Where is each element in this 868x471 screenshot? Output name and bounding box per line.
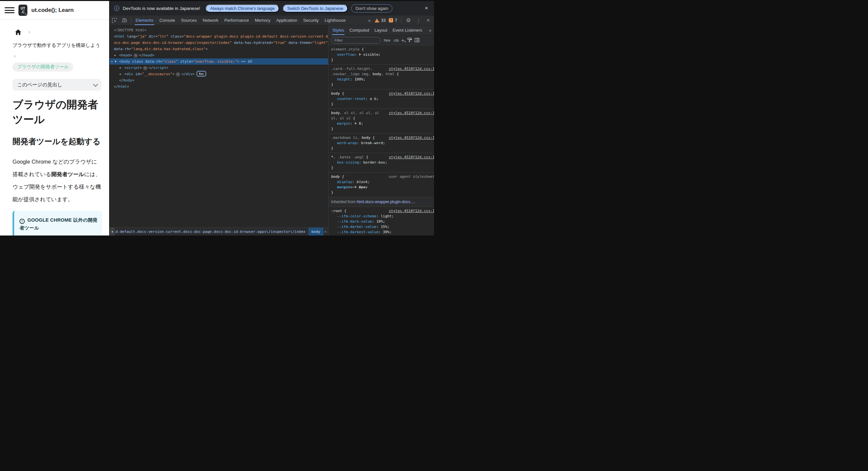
toggle-hover-state[interactable]: :hov — [383, 38, 391, 42]
flex-badge[interactable]: flex — [197, 71, 206, 76]
breadcrumb-selected-node[interactable]: body — [308, 228, 324, 236]
site-navbar: UT .C ↩ ut.code(); Learn — [0, 1, 109, 20]
stylesheet-link[interactable]: styles.4510f12d.css:1 — [389, 111, 434, 116]
tab-styles[interactable]: Styles — [330, 25, 347, 35]
css-declaration[interactable]: word-wrapbreak-word — [331, 140, 434, 146]
paint-format-icon[interactable] — [407, 38, 412, 42]
more-tabs-icon[interactable]: » — [366, 18, 373, 23]
warning-count[interactable]: 33 — [381, 18, 385, 23]
site-logo[interactable]: UT .C ↩ — [19, 5, 27, 16]
tab-network[interactable]: Network — [200, 15, 222, 25]
styles-filter-input[interactable] — [331, 37, 380, 43]
device-toolbar-icon[interactable] — [119, 15, 130, 25]
closing-brace — [331, 190, 434, 195]
css-declaration[interactable]: --ifm-darker-value15% — [331, 224, 434, 229]
css-declaration[interactable]: --ifm-dark-value10% — [331, 219, 434, 224]
css-declaration[interactable]: --ifm-color-schemelight — [331, 214, 434, 219]
tab-computed[interactable]: Computed — [347, 25, 372, 35]
dom-node-head[interactable]: ▶head⋯head — [110, 52, 328, 58]
user-agent-stylesheet-label: user agent stylesheet — [389, 174, 434, 180]
tab-console[interactable]: Console — [156, 15, 178, 25]
css-declaration[interactable]: displayblock — [331, 180, 434, 185]
tab-lighthouse[interactable]: Lighthouse — [321, 15, 349, 25]
expand-shorthand-icon[interactable] — [355, 186, 357, 188]
tab-layout[interactable]: Layout — [372, 25, 390, 35]
expand-shorthand-icon[interactable] — [359, 53, 361, 56]
dom-node-html-close[interactable]: html — [110, 84, 328, 90]
toc-dropdown[interactable]: このページの見出し — [12, 79, 101, 91]
closing-brace — [331, 82, 434, 87]
tab-event-listeners[interactable]: Event Listeners — [390, 25, 425, 35]
admonition-body: Google Chrome 以外のブラウザにも開発者ツールは搭載されて — [20, 234, 98, 236]
css-declaration[interactable]: height100% — [331, 77, 434, 82]
css-declaration[interactable]: --ifm-darkest-value30% — [331, 229, 434, 235]
toggle-classes[interactable]: .cls — [393, 38, 399, 42]
tab-security[interactable]: Security — [300, 15, 321, 25]
issues-icon[interactable]: ! — [389, 18, 393, 23]
breadcrumb-parent-link[interactable]: ブラウザで動作するアプリを構築しよう — [12, 42, 101, 49]
hamburger-menu-icon[interactable] — [5, 7, 14, 14]
dom-node-html[interactable]: htmllangjadirltrclassdocs-wrapper plugin… — [110, 33, 328, 52]
dom-node-body-selected[interactable]: ⋯▼bodyclassdata-rhclassstyleoverflow: vi… — [110, 58, 328, 65]
issue-count[interactable]: 7 — [395, 18, 397, 23]
css-declaration[interactable]: counter-reseta b — [331, 96, 434, 102]
more-tabs-icon[interactable]: » — [426, 28, 434, 33]
stylesheet-link[interactable]: styles.4510f12d.css:1 — [389, 135, 434, 140]
inspect-element-icon[interactable] — [110, 15, 119, 25]
home-icon[interactable] — [15, 29, 21, 35]
breadcrumb-current: ブラウザの開発者ツール — [12, 62, 73, 71]
devtools-tabbar: Elements Console Sources Network Perform… — [110, 15, 434, 25]
css-declaration-overridden[interactable]: margin8px — [331, 185, 434, 190]
css-declaration[interactable]: box-sizingborder-box — [331, 160, 434, 165]
css-rule-element-style: element.style overflowvisible — [329, 45, 434, 65]
site-title[interactable]: ut.code(); Learn — [31, 7, 73, 13]
dom-doctype[interactable]: <!DOCTYPE html> — [110, 27, 328, 33]
expand-icon[interactable]: ▶ — [120, 65, 121, 71]
ellipsis-button[interactable]: ⋯ — [176, 72, 180, 76]
dom-node-script[interactable]: ▶script⋯script — [110, 65, 328, 71]
dom-breadcrumb-bar: ◀ plugin-id-default.docs-version-current… — [110, 227, 328, 236]
warning-icon[interactable]: ! — [375, 19, 379, 23]
switch-japanese-button[interactable]: Switch DevTools to Japanese — [283, 4, 348, 12]
gear-icon[interactable]: ⚙ — [404, 17, 413, 24]
css-declaration[interactable]: --ifm-light-value15% — [331, 235, 434, 236]
tab-application[interactable]: Application — [273, 15, 301, 25]
breadcrumb-back-icon[interactable]: ◀ — [110, 228, 115, 236]
match-language-button[interactable]: Always match Chrome's language — [206, 4, 279, 12]
tab-performance[interactable]: Performance — [221, 15, 252, 25]
stylesheet-link[interactable]: styles.4510f12d.css:1 — [389, 91, 434, 96]
info-admonition: !GOOGLE CHROME 以外の開発者ツール Google Chrome 以… — [12, 211, 102, 236]
doc-paragraph: Google Chrome などのブラウザに搭載されている開発者ツールには、ウェ… — [12, 155, 102, 206]
collapse-icon[interactable]: ▼ — [115, 58, 116, 65]
stylesheet-link[interactable]: styles.4510f12d.css:1 — [389, 209, 434, 214]
expand-icon[interactable]: ▶ — [120, 71, 121, 77]
tab-sources[interactable]: Sources — [178, 15, 200, 25]
dom-node-body-close[interactable]: body — [110, 77, 328, 84]
sidebar-tabbar: Styles Computed Layout Event Listeners » — [329, 25, 434, 35]
close-icon[interactable]: × — [425, 18, 432, 24]
toggle-sidebar-icon[interactable] — [414, 38, 420, 42]
new-style-rule-icon[interactable]: + — [401, 38, 404, 42]
css-declaration[interactable]: overflowvisible — [331, 52, 434, 57]
dom-node-docusaurus-div[interactable]: ▶divid__docusaurus⋯divflex — [110, 71, 328, 77]
tab-memory[interactable]: Memory — [252, 15, 273, 25]
expand-icon[interactable]: ▶ — [115, 52, 116, 58]
divider — [131, 18, 131, 23]
inherited-from-header: Inherited from html.docs-wrapper.plugin-… — [329, 197, 434, 207]
node-options-icon[interactable]: ⋯ — [111, 58, 113, 65]
breadcrumb-path[interactable]: plugin-id-default.docs-version-current.d… — [115, 228, 308, 236]
ellipsis-button[interactable]: ⋯ — [143, 66, 147, 70]
tab-elements[interactable]: Elements — [132, 15, 156, 25]
stylesheet-link[interactable]: styles.4510f12d.css:1 — [389, 155, 434, 160]
ellipsis-button[interactable]: ⋯ — [133, 54, 138, 58]
stylesheet-link[interactable]: styles.4510f12d.css:1 — [389, 66, 434, 71]
styles-toolbar: :hov .cls + — [329, 35, 434, 45]
close-icon[interactable]: × — [424, 5, 429, 11]
section-heading: 開発者ツールを起動する — [12, 136, 101, 147]
kebab-menu-icon[interactable]: ⋮ — [414, 18, 424, 23]
inherited-node-link[interactable]: html.docs-wrapper.plugin-docs.… — [356, 199, 415, 204]
css-declaration[interactable]: margin0 — [331, 121, 434, 126]
dont-show-again-button[interactable]: Don't show again — [351, 4, 393, 12]
css-selector[interactable]: element.style — [331, 47, 434, 52]
expand-shorthand-icon[interactable] — [355, 122, 357, 125]
